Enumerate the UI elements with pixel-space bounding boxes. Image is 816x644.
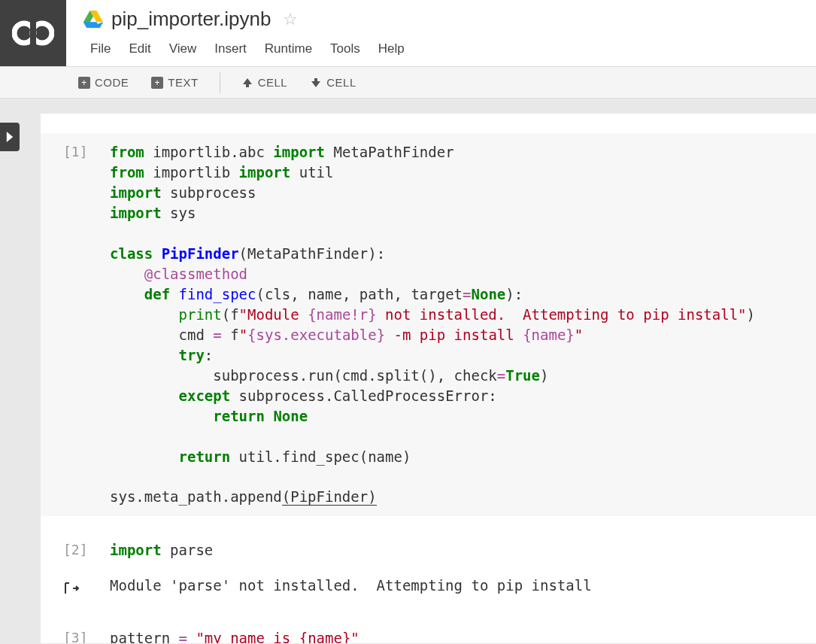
menu-view[interactable]: View	[162, 37, 205, 61]
star-icon[interactable]: ☆	[283, 10, 298, 29]
arrow-down-icon	[310, 77, 322, 89]
add-text-button[interactable]: + TEXT	[142, 71, 207, 93]
sidebar-toggle-button[interactable]	[0, 123, 20, 151]
output-arrow-icon	[63, 580, 80, 597]
cell-input[interactable]: [2] import parse	[41, 531, 816, 570]
cell-down-label: CELL	[326, 76, 356, 89]
code-editor[interactable]: import parse	[110, 540, 816, 560]
menu-edit[interactable]: Edit	[121, 37, 158, 61]
google-drive-icon	[83, 11, 104, 29]
cell-down-button[interactable]: CELL	[301, 71, 366, 93]
cell-prompt: [3]	[63, 628, 110, 643]
code-editor[interactable]: from importlib.abc import MetaPathFinder…	[110, 142, 816, 507]
svg-rect-2	[30, 20, 36, 47]
menu-help[interactable]: Help	[371, 37, 412, 61]
notebook-content: [1] from importlib.abc import MetaPathFi…	[41, 114, 816, 643]
arrow-up-icon	[241, 77, 253, 89]
toolbar-separator	[220, 72, 220, 93]
cell-prompt: [2]	[63, 540, 110, 560]
menu-runtime[interactable]: Runtime	[257, 37, 320, 61]
notebook-title[interactable]: pip_importer.ipynb	[111, 8, 271, 31]
main-area: [1] from importlib.abc import MetaPathFi…	[0, 99, 816, 643]
menu-bar: File Edit View Insert Runtime Tools Help	[83, 37, 816, 61]
output-text: Module 'parse' not installed. Attempting…	[110, 577, 816, 597]
add-code-label: CODE	[95, 76, 129, 89]
plus-icon: +	[78, 77, 90, 89]
colab-logo[interactable]	[0, 0, 66, 66]
menu-file[interactable]: File	[83, 37, 118, 61]
code-editor[interactable]: pattern = "my name is {name}" parse.pars…	[110, 628, 816, 643]
output-marker	[63, 577, 110, 597]
toolbar: + CODE + TEXT CELL CELL	[0, 66, 816, 99]
title-row: pip_importer.ipynb ☆	[83, 8, 816, 31]
cell-input[interactable]: [3] pattern = "my name is {name}" parse.…	[41, 619, 816, 643]
chevron-right-icon	[5, 132, 15, 142]
app-header: pip_importer.ipynb ☆ File Edit View Inse…	[0, 0, 816, 66]
colab-logo-icon	[12, 20, 54, 47]
cell-input[interactable]: [1] from importlib.abc import MetaPathFi…	[41, 133, 816, 516]
cell-up-label: CELL	[258, 76, 288, 89]
cell-output: Module 'parse' not installed. Attempting…	[41, 570, 816, 604]
add-code-button[interactable]: + CODE	[69, 71, 138, 93]
title-menu-area: pip_importer.ipynb ☆ File Edit View Inse…	[66, 0, 816, 61]
plus-icon: +	[151, 77, 163, 89]
code-cell[interactable]: [1] from importlib.abc import MetaPathFi…	[41, 129, 816, 521]
cell-up-button[interactable]: CELL	[232, 71, 297, 93]
menu-tools[interactable]: Tools	[323, 37, 368, 61]
add-text-label: TEXT	[168, 76, 198, 89]
cell-prompt: [1]	[63, 142, 110, 507]
code-cell[interactable]: [2] import parse Module 'parse' not inst…	[41, 527, 816, 609]
menu-insert[interactable]: Insert	[207, 37, 254, 61]
code-cell[interactable]: [3] pattern = "my name is {name}" parse.…	[41, 615, 816, 643]
